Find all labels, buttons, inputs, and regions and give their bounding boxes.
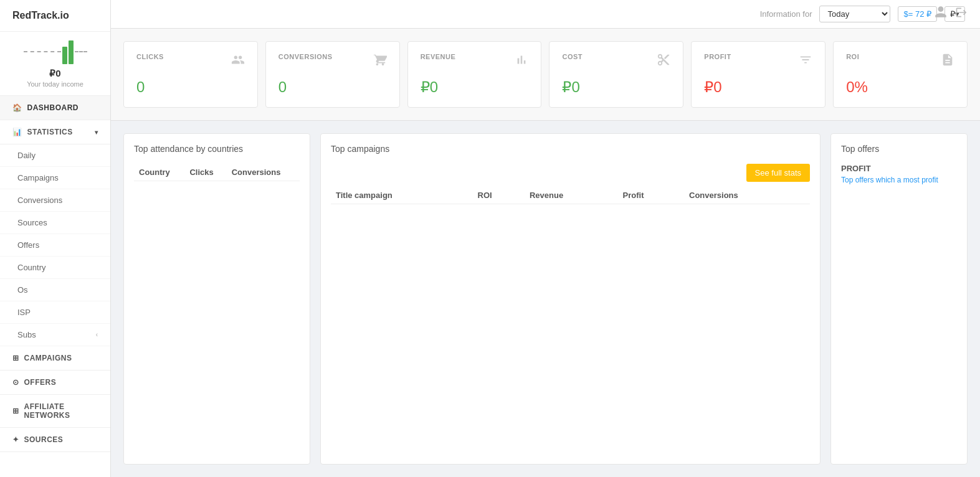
top-offers-content: PROFIT Top offers which a most profit [841, 164, 957, 184]
roi-label: ROI [846, 53, 859, 60]
col-roi: ROI [473, 187, 525, 204]
logout-icon[interactable] [955, 6, 968, 22]
statistics-label: STATISTICS [27, 128, 73, 136]
sidebar-item-statistics[interactable]: 📊 STATISTICS ▾ [0, 120, 110, 144]
usd-currency-button[interactable]: $= 72 ₽ [898, 6, 937, 22]
bottom-section: Top attendance by countries Country Clic… [111, 121, 980, 477]
sidebar-item-offers-main[interactable]: ⊙ OFFERS [0, 371, 110, 395]
revenue-label: REVENUE [421, 53, 456, 60]
sidebar-item-sources[interactable]: Sources [0, 212, 110, 234]
stat-card-roi: ROI 0% [833, 41, 968, 108]
roi-value: 0% [846, 78, 954, 96]
stats-section: CLICKS 0 CONVERSIONS 0 [111, 29, 980, 121]
subs-label: Subs [17, 330, 36, 339]
sidebar-item-os[interactable]: Os [0, 279, 110, 301]
sources-label: SOURCES [24, 435, 64, 444]
col-conversions: Conversions [227, 164, 300, 181]
stat-card-clicks: CLICKS 0 [123, 41, 258, 108]
col-profit: Profit [618, 187, 684, 204]
offers-panel-title: Top offers [841, 144, 957, 154]
stat-card-revenue: REVENUE ₽0 [407, 41, 542, 108]
date-select[interactable]: Today Yesterday Last 7 Days Last 30 Days… [819, 6, 890, 22]
top-campaigns-panel: Top campaigns See full stats Title campa… [320, 133, 821, 465]
doc-icon [941, 53, 954, 70]
col-revenue: Revenue [525, 187, 618, 204]
cart-icon [373, 53, 387, 70]
circle-icon: ⊙ [12, 378, 19, 387]
top-bar: Information for Today Yesterday Last 7 D… [111, 0, 980, 29]
sidebar-item-conversions[interactable]: Conversions [0, 189, 110, 212]
plus-icon: ✦ [12, 435, 19, 444]
income-label: Your today income [10, 80, 100, 88]
profit-value: ₽0 [704, 78, 812, 96]
cost-value: ₽0 [562, 78, 670, 96]
mini-chart [10, 39, 100, 64]
stat-card-profit-header: PROFIT [704, 53, 812, 70]
campaigns-label: CAMPAIGNS [24, 354, 72, 362]
clicks-icon [231, 53, 245, 70]
stat-card-cost: COST ₽0 [549, 41, 683, 108]
user-icon[interactable] [934, 5, 948, 22]
bar-chart-icon [515, 53, 528, 70]
top-right-icons [934, 5, 968, 22]
stat-card-cost-header: COST [562, 53, 670, 70]
house-icon: 🏠 [12, 103, 22, 112]
sidebar-item-subs[interactable]: Subs ‹ [0, 324, 110, 346]
funnel-icon [799, 53, 812, 70]
offers-label: OFFERS [24, 378, 57, 387]
dashboard-label: DASHBOARD [27, 103, 79, 112]
attendance-panel-title: Top attendance by countries [134, 144, 300, 154]
campaigns-table: Title campaign ROI Revenue Profit Conver… [331, 187, 810, 204]
offers-profit-sub: Top offers which a most profit [841, 176, 957, 184]
conversions-label: CONVERSIONS [278, 53, 333, 60]
scissors-icon [657, 53, 670, 70]
conversions-value: 0 [278, 78, 387, 96]
cost-label: COST [562, 53, 583, 60]
main-content: Information for Today Yesterday Last 7 D… [111, 0, 980, 477]
chevron-down-icon: ▾ [95, 129, 98, 136]
col-title-campaign: Title campaign [331, 187, 473, 204]
income-widget: ₽0 Your today income [0, 32, 110, 96]
sidebar-item-sources-main[interactable]: ✦ SOURCES [0, 428, 110, 452]
sidebar-item-isp[interactable]: ISP [0, 301, 110, 324]
app-logo: RedTrack.io [0, 0, 110, 32]
clicks-value: 0 [136, 78, 245, 96]
clicks-label: CLICKS [136, 53, 164, 60]
info-for-label: Information for [760, 9, 812, 19]
col-country: Country [134, 164, 184, 181]
chevron-left-icon: ‹ [96, 331, 98, 338]
sidebar-item-affiliate[interactable]: ⊞ AFFILIATE NETWORKS [0, 395, 110, 428]
stat-card-conversions-header: CONVERSIONS [278, 53, 387, 70]
profit-label: PROFIT [704, 53, 731, 60]
top-offers-panel: Top offers PROFIT Top offers which a mos… [830, 133, 968, 465]
stat-card-conversions: CONVERSIONS 0 [265, 41, 400, 108]
sidebar-item-campaigns-main[interactable]: ⊞ CAMPAIGNS [0, 346, 110, 371]
income-value: ₽0 [10, 68, 100, 79]
attendance-table: Country Clicks Conversions [134, 164, 300, 181]
sidebar-item-daily[interactable]: Daily [0, 144, 110, 167]
col-clicks: Clicks [184, 164, 226, 181]
col-conversions-2: Conversions [684, 187, 810, 204]
top-attendance-panel: Top attendance by countries Country Clic… [123, 133, 310, 465]
revenue-value: ₽0 [421, 78, 529, 96]
campaigns-panel-title: Top campaigns [331, 144, 810, 154]
stat-card-revenue-header: REVENUE [421, 53, 529, 70]
affiliate-label: AFFILIATE NETWORKS [24, 402, 98, 420]
sidebar-item-country[interactable]: Country [0, 257, 110, 279]
stat-card-profit: PROFIT ₽0 [691, 41, 825, 108]
sidebar-item-campaigns[interactable]: Campaigns [0, 167, 110, 189]
grid2-icon: ⊞ [12, 407, 19, 415]
grid-icon: ⊞ [12, 354, 19, 362]
sidebar-item-offers[interactable]: Offers [0, 234, 110, 257]
stat-card-clicks-header: CLICKS [136, 53, 245, 70]
see-full-stats-button[interactable]: See full stats [746, 164, 810, 182]
sidebar: RedTrack.io ₽0 Your today income 🏠 DASHB… [0, 0, 111, 477]
stat-card-roi-header: ROI [846, 53, 954, 70]
chart-icon: 📊 [12, 128, 22, 136]
sidebar-item-dashboard[interactable]: 🏠 DASHBOARD [0, 96, 110, 120]
offers-profit-label: PROFIT [841, 164, 957, 173]
